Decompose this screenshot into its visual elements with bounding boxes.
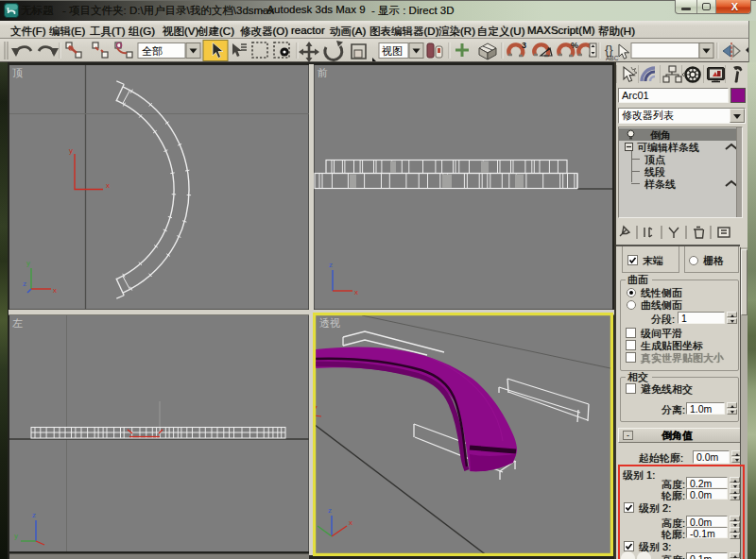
- svg-text:前: 前: [317, 67, 328, 78]
- svg-text:y: y: [14, 532, 18, 540]
- svg-text:视图: 视图: [382, 45, 403, 57]
- svg-text:x: x: [106, 181, 110, 190]
- svg-text:x: x: [354, 288, 358, 296]
- svg-text:3: 3: [522, 41, 526, 50]
- svg-text:z: z: [32, 511, 36, 519]
- svg-text:y: y: [69, 146, 73, 155]
- svg-text:全部: 全部: [142, 45, 163, 57]
- svg-text:z: z: [23, 280, 26, 288]
- svg-text:x: x: [349, 518, 352, 527]
- svg-text:z: z: [328, 506, 332, 515]
- svg-text:z: z: [329, 261, 333, 269]
- svg-text:左: 左: [12, 317, 23, 329]
- svg-text:x: x: [53, 286, 57, 295]
- svg-text:ABC: ABC: [606, 55, 619, 61]
- svg-text:y: y: [26, 259, 30, 267]
- svg-text:透视: 透视: [319, 317, 340, 329]
- svg-text:顶: 顶: [12, 67, 23, 78]
